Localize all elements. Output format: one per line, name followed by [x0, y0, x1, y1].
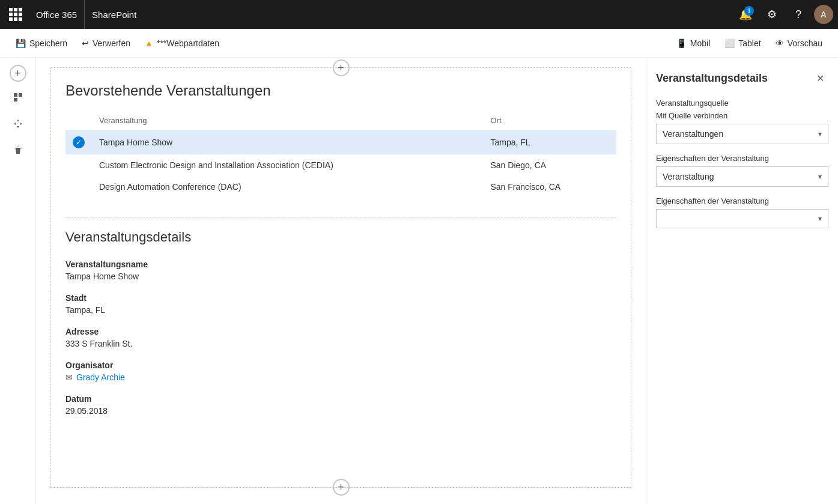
edit-layout-button[interactable]: [7, 87, 29, 108]
mobile-button[interactable]: 📱 Mobil: [670, 35, 716, 52]
prop2-dropdown[interactable]: ▾: [656, 209, 828, 228]
preview-icon: 👁: [776, 38, 784, 48]
left-sidebar: +: [0, 58, 36, 504]
mobile-icon: 📱: [676, 38, 687, 48]
row-icon-cell: ✓: [65, 130, 92, 155]
close-panel-button[interactable]: ✕: [812, 70, 828, 87]
source-dropdown-arrow: ▾: [818, 130, 822, 138]
detail-field-label: Stadt: [65, 293, 616, 303]
row-event-name: Design Automation Conference (DAC): [92, 176, 483, 198]
help-button[interactable]: ?: [788, 4, 809, 25]
main-layout: + + Bevorstehende Veranstaltungen: [0, 58, 838, 504]
add-row-bottom[interactable]: +: [333, 479, 350, 496]
toolbar: 💾 Speichern ↩ Verwerfen ▲ ***Webpartdate…: [0, 29, 838, 58]
events-heading: Bevorstehende Veranstaltungen: [65, 82, 616, 99]
prop2-label: Eigenschaften der Veranstaltung: [656, 196, 828, 205]
sharepoint-label[interactable]: SharePoint: [85, 0, 144, 29]
delete-button[interactable]: [7, 139, 29, 161]
source-label: Veranstaltungsquelle: [656, 99, 828, 108]
row-event-location: San Francisco, CA: [483, 176, 616, 198]
detail-field: Datum29.05.2018: [65, 394, 616, 416]
source-group: Veranstaltungsquelle Mit Quelle verbinde…: [656, 99, 828, 144]
detail-field-label: Datum: [65, 394, 616, 404]
detail-heading: Veranstaltungsdetails: [65, 229, 616, 245]
office365-label[interactable]: Office 365: [29, 0, 85, 29]
table-row[interactable]: ✓Tampa Home ShowTampa, FL: [65, 130, 616, 155]
add-top-button[interactable]: +: [10, 65, 26, 82]
prop1-dropdown[interactable]: Veranstaltung ▾: [656, 166, 828, 187]
detail-field-value: 29.05.2018: [65, 406, 616, 416]
tablet-button[interactable]: ⬜ Tablet: [718, 35, 767, 52]
notification-button[interactable]: 🔔 1: [735, 4, 756, 25]
row-event-name: Tampa Home Show: [92, 130, 483, 155]
webpart-button[interactable]: ▲ ***Webpartdaten: [139, 35, 225, 52]
row-event-name: Custom Electronic Design and Installatio…: [92, 154, 483, 176]
add-row-top[interactable]: +: [333, 59, 350, 76]
detail-field-label: Veranstaltungsname: [65, 260, 616, 269]
right-panel: Veranstaltungsdetails ✕ Veranstaltungsqu…: [646, 58, 838, 504]
row-event-location: San Diego, CA: [483, 154, 616, 176]
detail-field-value: Tampa Home Show: [65, 272, 616, 281]
detail-field: StadtTampa, FL: [65, 293, 616, 315]
save-icon: 💾: [16, 38, 26, 48]
row-icon-cell: [65, 176, 92, 198]
content-area: + Bevorstehende Veranstaltungen Veransta…: [36, 58, 646, 504]
prop1-dropdown-arrow: ▾: [818, 172, 822, 181]
nav-right: 🔔 1 ⚙ ? A: [735, 4, 833, 25]
discard-icon: ↩: [82, 38, 89, 48]
waffle-button[interactable]: [5, 4, 26, 25]
detail-field: VeranstaltungsnameTampa Home Show: [65, 260, 616, 281]
avatar[interactable]: A: [814, 5, 833, 24]
detail-field-label: Organisator: [65, 360, 616, 370]
detail-field: Organisator✉Grady Archie: [65, 360, 616, 382]
webpart-icon: ▲: [145, 38, 153, 48]
organizer-name: Grady Archie: [76, 372, 125, 382]
detail-fields: VeranstaltungsnameTampa Home ShowStadtTa…: [65, 260, 616, 416]
col-icon: [65, 111, 92, 130]
col-location: Ort: [483, 111, 616, 130]
move-button[interactable]: [7, 113, 29, 135]
email-link[interactable]: ✉Grady Archie: [65, 372, 616, 382]
discard-button[interactable]: ↩ Verwerfen: [76, 35, 136, 52]
detail-field-label: Adresse: [65, 327, 616, 336]
right-panel-header: Veranstaltungsdetails ✕: [656, 70, 828, 87]
tablet-icon: ⬜: [724, 38, 735, 48]
check-icon: ✓: [73, 136, 85, 148]
svg-rect-0: [14, 93, 17, 97]
prop1-group: Eigenschaften der Veranstaltung Veransta…: [656, 154, 828, 187]
notification-badge: 1: [744, 6, 754, 16]
row-event-location: Tampa, FL: [483, 130, 616, 155]
row-icon-cell: [65, 154, 92, 176]
svg-rect-1: [19, 93, 22, 97]
prop1-label: Eigenschaften der Veranstaltung: [656, 154, 828, 163]
source-dropdown[interactable]: Veranstaltungen ▾: [656, 124, 828, 144]
settings-button[interactable]: ⚙: [761, 4, 783, 25]
top-nav: Office 365 SharePoint 🔔 1 ⚙ ? A: [0, 0, 838, 29]
table-row[interactable]: Design Automation Conference (DAC)San Fr…: [65, 176, 616, 198]
table-row[interactable]: Custom Electronic Design and Installatio…: [65, 154, 616, 176]
save-button[interactable]: 💾 Speichern: [10, 35, 73, 52]
email-icon: ✉: [65, 372, 73, 382]
section-divider: [65, 217, 616, 217]
toolbar-right: 📱 Mobil ⬜ Tablet 👁 Vorschau: [670, 35, 828, 52]
detail-field-value: 333 S Franklin St.: [65, 339, 616, 348]
prop2-group: Eigenschaften der Veranstaltung ▾: [656, 196, 828, 228]
detail-field-value: Tampa, FL: [65, 305, 616, 315]
preview-button[interactable]: 👁 Vorschau: [770, 35, 828, 52]
events-table: Veranstaltung Ort ✓Tampa Home ShowTampa,…: [65, 111, 616, 198]
col-event: Veranstaltung: [92, 111, 483, 130]
svg-rect-2: [14, 98, 17, 102]
right-panel-title: Veranstaltungsdetails: [656, 72, 768, 85]
prop2-dropdown-arrow: ▾: [818, 214, 822, 223]
detail-field: Adresse333 S Franklin St.: [65, 327, 616, 348]
connect-label: Mit Quelle verbinden: [656, 111, 828, 120]
content-inner: + Bevorstehende Veranstaltungen Veransta…: [50, 67, 631, 488]
